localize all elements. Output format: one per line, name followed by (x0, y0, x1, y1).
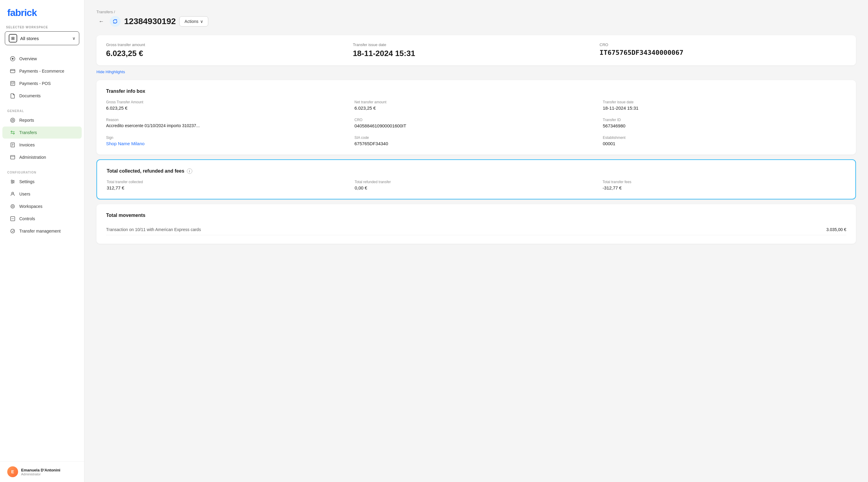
administration-icon (10, 154, 16, 160)
actions-button[interactable]: Actions ∨ (179, 16, 208, 27)
highlights-row: Gross transfer amount 6.023,25 € Transfe… (96, 35, 856, 65)
total-transfer-fees-value: -312,77 € (602, 185, 846, 190)
info-field-establishment-label: Establishment (603, 135, 846, 140)
sidebar-item-transfer-management[interactable]: Transfer management (2, 225, 82, 237)
info-field-cro-label: CRO (354, 118, 598, 122)
sidebar-item-transfers-label: Transfers (19, 130, 37, 135)
info-field-gross-transfer-amount: Gross Transfer Amount 6.023,25 € (106, 100, 350, 110)
info-field-net-transfer-amount: Net transfer amount 6.023,25 € (354, 100, 598, 110)
total-refunded-transfer: Total refunded transfer 0,00 € (355, 180, 598, 190)
sidebar-item-transfers[interactable]: Transfers (2, 127, 82, 138)
documents-icon (10, 93, 16, 99)
breadcrumb: Transfers / (96, 10, 856, 14)
workspace-selector[interactable]: ⊞ All stores ∨ (5, 31, 79, 45)
workspaces-icon (10, 203, 16, 210)
transfer-info-title: Transfer info box (106, 89, 846, 94)
workspace-section: SELECTED WORKSPACE ⊞ All stores ∨ (0, 26, 84, 50)
transfer-issue-date: Transfer issue date 18-11-2024 15:31 (353, 42, 600, 58)
info-field-sia-code: SIA code 675765DF34340 (354, 135, 598, 146)
total-transfer-collected: Total transfer collected 312,77 € (107, 180, 350, 190)
configuration-section-label: CONFIGURATION (0, 168, 84, 175)
info-field-establishment-value: 00001 (603, 141, 846, 146)
info-field-gross-transfer-amount-label: Gross Transfer Amount (106, 100, 350, 104)
invoices-icon (10, 142, 16, 148)
info-field-transfer-id-value: 567346980 (603, 123, 846, 128)
info-field-transfer-issue-date-value: 18-11-2024 15:31 (603, 105, 846, 110)
total-transfer-collected-value: 312,77 € (107, 185, 350, 190)
total-refunded-transfer-label: Total refunded transfer (355, 180, 598, 184)
movement-value: 3.035,00 € (827, 227, 846, 232)
svg-rect-14 (10, 155, 15, 159)
main-content: Transfers / ← 12384930192 Actions ∨ Gros… (84, 0, 868, 482)
sidebar-item-workspaces-label: Workspaces (19, 204, 42, 209)
sidebar-user: E Emanuela D'Antonini Administrator (0, 461, 84, 482)
sidebar-item-users-label: Users (19, 192, 30, 196)
info-field-reason-value: Accredito esercente 01/10/2024 importo 3… (106, 123, 350, 128)
total-collected-title: Total collected, refunded and fees i (107, 168, 846, 174)
info-field-transfer-id-label: Transfer ID (603, 118, 846, 122)
info-field-sia-code-value: 675765DF34340 (354, 141, 598, 146)
overview-icon (10, 56, 16, 62)
info-field-reason-label: Reason (106, 118, 350, 122)
total-collected-info-icon[interactable]: i (187, 168, 192, 174)
svg-rect-5 (11, 82, 14, 84)
movement-label: Transaction on 10/11 with American Expre… (106, 227, 201, 232)
gross-transfer-amount-value: 6.023,25 € (106, 49, 353, 58)
info-field-transfer-issue-date: Transfer issue date 18-11-2024 15:31 (603, 100, 846, 110)
avatar: E (7, 466, 18, 477)
settings-icon (10, 179, 16, 185)
info-field-transfer-issue-date-label: Transfer issue date (603, 100, 846, 104)
sidebar-item-invoices[interactable]: Invoices (2, 139, 82, 151)
info-field-transfer-id: Transfer ID 567346980 (603, 118, 846, 128)
transfer-info-card: Transfer info box Gross Transfer Amount … (96, 80, 856, 155)
info-field-sia-code-label: SIA code (354, 135, 598, 140)
sidebar: fabrick SELECTED WORKSPACE ⊞ All stores … (0, 0, 84, 482)
workspace-name: All stores (20, 36, 69, 41)
sidebar-item-administration-label: Administration (19, 155, 46, 160)
movement-row: Transaction on 10/11 with American Expre… (106, 224, 846, 235)
sidebar-item-workspaces[interactable]: Workspaces (2, 200, 82, 213)
gross-transfer-amount-label: Gross transfer amount (106, 42, 353, 47)
nav-section-main: Overview Payments - Ecommerce Payments -… (0, 50, 84, 104)
svg-point-8 (10, 118, 15, 122)
transfer-management-icon (10, 228, 16, 234)
sidebar-item-controls[interactable]: Controls (2, 213, 82, 225)
sidebar-item-reports[interactable]: Reports (2, 114, 82, 126)
total-transfer-collected-label: Total transfer collected (107, 180, 350, 184)
info-field-net-transfer-amount-value: 6.023,25 € (354, 105, 598, 110)
page-header: ← 12384930192 Actions ∨ (96, 16, 856, 27)
sidebar-item-payments-pos[interactable]: Payments - POS (2, 77, 82, 90)
sidebar-item-documents[interactable]: Documents (2, 90, 82, 102)
controls-icon (10, 216, 16, 222)
sidebar-item-settings-label: Settings (19, 179, 35, 184)
hide-highlights-button[interactable]: Hide Hihghlights (96, 70, 125, 74)
transfer-issue-date-value: 18-11-2024 15:31 (353, 49, 600, 58)
svg-point-21 (11, 182, 13, 184)
logo-text: fabrick (7, 7, 77, 19)
svg-point-1 (12, 58, 13, 60)
page-title: 12384930192 (124, 17, 176, 26)
total-collected-card: Total collected, refunded and fees i Tot… (96, 159, 856, 199)
info-field-reason: Reason Accredito esercente 01/10/2024 im… (106, 118, 350, 128)
payments-pos-icon (10, 81, 16, 87)
info-field-sign-value[interactable]: Shop Name Milano (106, 141, 350, 146)
payments-ecommerce-icon (10, 68, 16, 74)
total-transfer-fees: Total transfer fees -312,77 € (602, 180, 846, 190)
sidebar-item-overview-label: Overview (19, 56, 37, 61)
sidebar-item-invoices-label: Invoices (19, 142, 35, 147)
back-button[interactable]: ← (96, 17, 106, 26)
total-movements-card: Total movements Transaction on 10/11 wit… (96, 204, 856, 244)
cro-label: CRO (599, 42, 846, 47)
sidebar-item-settings[interactable]: Settings (2, 175, 82, 188)
nav-section-general: GENERAL Reports Transfers Invoices (0, 104, 84, 166)
total-refunded-transfer-value: 0,00 € (355, 185, 598, 190)
total-movements-title: Total movements (106, 213, 846, 218)
info-field-sign-label: Sign (106, 135, 350, 140)
sidebar-item-administration[interactable]: Administration (2, 151, 82, 163)
nav-section-configuration: CONFIGURATION Settings Users Workspaces (0, 166, 84, 240)
sidebar-item-users[interactable]: Users (2, 188, 82, 200)
info-field-cro: CRO 0405884610900001600IT (354, 118, 598, 128)
sidebar-item-overview[interactable]: Overview (2, 53, 82, 65)
sidebar-item-payments-ecommerce[interactable]: Payments - Ecommerce (2, 65, 82, 77)
refresh-button[interactable] (110, 16, 121, 27)
